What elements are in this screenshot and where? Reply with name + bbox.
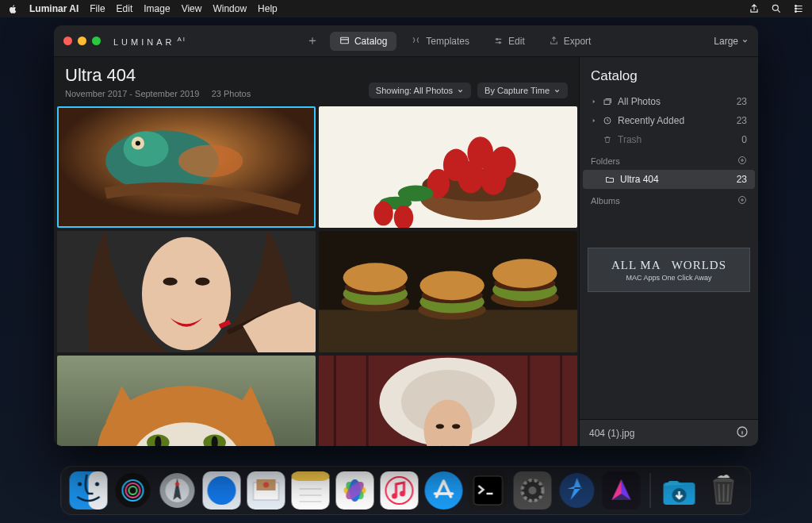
sidebar-item-label: Ultra 404 xyxy=(620,174,659,185)
add-album-button[interactable] xyxy=(737,195,747,206)
dock-app-extra[interactable] xyxy=(558,471,596,510)
svg-rect-69 xyxy=(89,471,108,510)
top-nav: ＋ Catalog Templates Edit Export xyxy=(300,29,600,52)
selected-filename: 404 (1).jpg xyxy=(589,428,634,439)
menubar-item-image[interactable]: Image xyxy=(144,3,170,14)
sidebar-item-label: Recently Added xyxy=(618,115,684,126)
macos-dock xyxy=(61,466,752,515)
dock-app-launchpad[interactable] xyxy=(159,471,197,510)
svg-point-19 xyxy=(458,161,484,194)
dock-trash[interactable] xyxy=(705,471,743,510)
info-button[interactable] xyxy=(736,425,749,440)
chevron-down-icon xyxy=(457,87,464,94)
svg-point-45 xyxy=(492,259,557,288)
sidebar-item-count: 0 xyxy=(741,134,747,145)
menubar-item-view[interactable]: View xyxy=(182,3,202,14)
menubar-item-file[interactable]: File xyxy=(90,3,105,14)
catalog-sidebar: Catalog All Photos 23 Recently Added 23 xyxy=(579,57,758,446)
svg-point-3 xyxy=(795,11,797,13)
thumbnail-woman-fur-hat[interactable] xyxy=(319,356,577,446)
selected-filename-bar: 404 (1).jpg xyxy=(580,419,758,446)
thumbnail-woman-lipstick[interactable] xyxy=(57,231,316,352)
sidebar-item-count: 23 xyxy=(737,115,747,126)
info-circle-icon xyxy=(736,425,749,438)
chevron-down-icon xyxy=(741,37,749,44)
watermark-line2: MAC Apps One Click Away xyxy=(626,274,712,282)
dock-app-luminar[interactable] xyxy=(603,471,641,510)
thumbnail-cat[interactable] xyxy=(57,356,316,446)
tab-templates[interactable]: Templates xyxy=(401,32,479,51)
add-folder-button[interactable] xyxy=(737,156,747,167)
thumbnail-size-selector[interactable]: Large xyxy=(714,36,749,47)
wordmark-sup: AI xyxy=(178,36,187,43)
main-panel: Ultra 404 November 2017 - September 2019… xyxy=(54,57,579,446)
plus-circle-icon xyxy=(737,156,747,165)
close-window-button[interactable] xyxy=(63,37,72,45)
sidebar-item-recently-added[interactable]: Recently Added 23 xyxy=(583,111,755,130)
menubar-item-edit[interactable]: Edit xyxy=(117,3,133,14)
window-titlebar[interactable]: LUMINARAI ＋ Catalog Templates Edit Expor… xyxy=(54,25,758,57)
menubar-app-name[interactable]: Luminar AI xyxy=(29,3,79,14)
main-header: Ultra 404 November 2017 - September 2019… xyxy=(54,57,579,105)
sidebar-title: Catalog xyxy=(580,57,758,92)
sidebar-item-all-photos[interactable]: All Photos 23 xyxy=(583,92,755,111)
menubar-item-help[interactable]: Help xyxy=(258,3,278,14)
sidebar-item-count: 23 xyxy=(737,174,747,185)
svg-point-20 xyxy=(481,163,507,195)
sort-dropdown[interactable]: By Capture Time xyxy=(477,83,568,98)
dock-app-system-preferences[interactable] xyxy=(514,471,552,510)
svg-point-100 xyxy=(400,491,405,497)
dock-app-photos[interactable] xyxy=(336,471,374,510)
svg-point-1 xyxy=(795,6,797,7)
chevron-down-icon xyxy=(553,87,561,94)
svg-point-78 xyxy=(175,483,179,486)
svg-point-99 xyxy=(392,494,397,499)
dock-app-finder[interactable] xyxy=(70,471,108,510)
dock-app-mail[interactable] xyxy=(247,471,285,510)
tab-export-label: Export xyxy=(564,36,592,47)
catalog-icon xyxy=(339,36,350,46)
dock-downloads-folder[interactable] xyxy=(661,471,699,510)
apple-logo-icon[interactable] xyxy=(8,4,18,14)
svg-point-28 xyxy=(163,278,177,286)
dock-app-terminal[interactable] xyxy=(469,471,508,510)
sidebar-folder-ultra-404[interactable]: Ultra 404 23 xyxy=(583,170,755,189)
tab-edit[interactable]: Edit xyxy=(484,32,534,51)
app-wordmark: LUMINARAI xyxy=(113,36,186,47)
svg-point-108 xyxy=(529,486,537,494)
svg-rect-4 xyxy=(341,37,349,44)
minimize-window-button[interactable] xyxy=(78,37,86,45)
wordmark-text: LUMINAR xyxy=(113,37,175,46)
filter-showing-label: Showing: All Photos xyxy=(376,86,453,95)
watermark-line1: ALL MA WORLDS xyxy=(611,259,726,272)
thumbnail-burgers[interactable] xyxy=(319,231,577,352)
tab-export[interactable]: Export xyxy=(539,32,601,51)
thumbnail-grid xyxy=(54,105,579,446)
svg-point-11 xyxy=(136,140,140,145)
menubar-item-window[interactable]: Window xyxy=(213,3,247,14)
svg-point-80 xyxy=(208,476,236,505)
svg-point-12 xyxy=(178,144,243,177)
svg-point-61 xyxy=(436,424,444,429)
spotlight-search-icon[interactable] xyxy=(771,3,782,14)
control-center-icon[interactable] xyxy=(793,3,804,14)
share-icon[interactable] xyxy=(749,3,760,14)
tab-catalog[interactable]: Catalog xyxy=(330,32,396,51)
collection-subtitle: November 2017 - September 2019 23 Photos xyxy=(65,89,251,98)
dock-app-appstore[interactable] xyxy=(425,471,463,510)
dock-app-music[interactable] xyxy=(381,471,419,510)
svg-rect-103 xyxy=(474,476,503,505)
add-button[interactable]: ＋ xyxy=(300,29,325,52)
filter-showing-dropdown[interactable]: Showing: All Photos xyxy=(369,83,471,98)
sidebar-item-trash[interactable]: Trash 0 xyxy=(583,130,755,149)
zoom-window-button[interactable] xyxy=(92,37,101,45)
thumbnail-chameleon[interactable] xyxy=(57,106,316,228)
dock-app-notes[interactable] xyxy=(292,471,330,510)
sidebar-item-count: 23 xyxy=(737,96,747,107)
stack-icon xyxy=(603,97,612,106)
dock-app-siri[interactable] xyxy=(114,471,152,510)
svg-point-84 xyxy=(263,483,269,488)
watermark-banner: ALL MA WORLDS MAC Apps One Click Away xyxy=(588,248,750,292)
dock-app-safari[interactable] xyxy=(203,471,241,510)
thumbnail-strawberries[interactable] xyxy=(319,106,577,228)
